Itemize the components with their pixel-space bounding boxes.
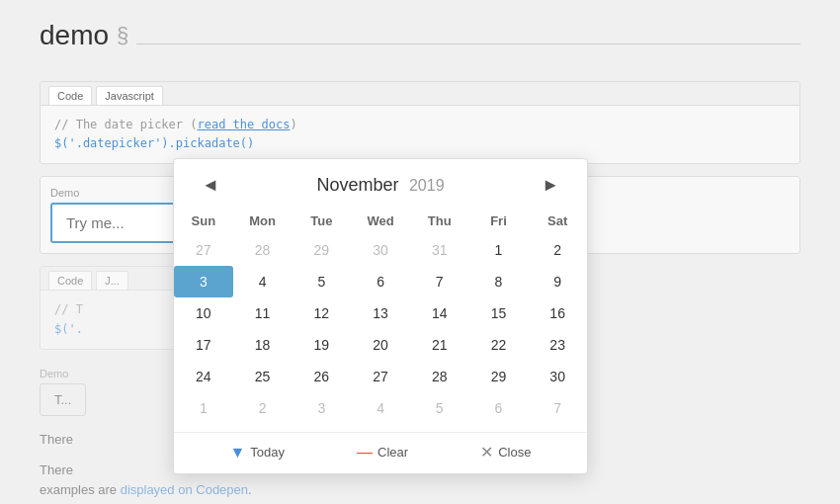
today-button[interactable]: ▼ Today [230, 443, 286, 462]
calendar-overlay: ◄ November 2019 ► Sun Mon Tue Wed Thu Fr… [173, 158, 588, 474]
calendar-day[interactable]: 6 [351, 266, 410, 297]
today-icon: ▼ [230, 444, 246, 462]
calendar-day[interactable]: 1 [469, 234, 529, 266]
close-label: Close [498, 445, 531, 460]
calendar-day[interactable]: 29 [469, 361, 529, 392]
calendar-weekdays: Sun Mon Tue Wed Thu Fri Sat [174, 208, 587, 234]
calendar-day[interactable]: 5 [410, 392, 469, 424]
calendar-day[interactable]: 12 [292, 297, 351, 329]
calendar-day[interactable]: 4 [351, 392, 410, 424]
weekday-sun: Sun [174, 208, 233, 234]
clear-label: Clear [378, 445, 408, 460]
code-tab2-code[interactable]: Code [48, 271, 92, 290]
clear-icon: — [357, 444, 373, 462]
code-content-1: // The date picker (read the docs) $('.d… [41, 106, 799, 163]
code-line-1: // The date picker (read the docs) [54, 116, 786, 134]
code-line-2: $('.datepicker').pickadate() [54, 134, 786, 153]
calendar-day[interactable]: 27 [351, 361, 410, 392]
calendar-day[interactable]: 23 [528, 329, 587, 361]
page-background: demo § Code Javascript // The date picke… [0, 0, 840, 504]
calendar-day[interactable]: 26 [292, 361, 351, 392]
demo2-button[interactable]: T... [40, 383, 86, 416]
prev-month-button[interactable]: ◄ [194, 173, 227, 198]
calendar-grid: Sun Mon Tue Wed Thu Fri Sat 272829303112… [174, 208, 587, 424]
calendar-day[interactable]: 1 [174, 392, 233, 424]
calendar-day[interactable]: 11 [233, 297, 293, 329]
weekday-sat: Sat [528, 208, 587, 234]
calendar-day[interactable]: 25 [233, 361, 293, 392]
code-tab-code[interactable]: Code [48, 86, 92, 105]
calendar-day[interactable]: 22 [469, 329, 529, 361]
title-divider [136, 43, 800, 44]
calendar-day[interactable]: 27 [174, 234, 233, 266]
calendar-day[interactable]: 21 [410, 329, 469, 361]
page-title: demo § [40, 20, 128, 51]
code-tab-js[interactable]: Javascript [96, 86, 163, 105]
clear-button[interactable]: — Clear [357, 443, 408, 462]
codepen-link[interactable]: displayed on Codepen [121, 482, 248, 497]
weekday-mon: Mon [233, 208, 293, 234]
calendar-day[interactable]: 30 [351, 234, 410, 266]
calendar-week-4: 17181920212223 [174, 329, 587, 361]
calendar-week-6: 1234567 [174, 392, 587, 424]
code-tabs-1: Code Javascript [41, 82, 799, 106]
calendar-body: 2728293031123456789101112131415161718192… [174, 234, 587, 424]
calendar-day[interactable]: 2 [528, 234, 587, 266]
calendar-week-3: 10111213141516 [174, 297, 587, 329]
calendar-day[interactable]: 4 [233, 266, 293, 297]
weekday-row: Sun Mon Tue Wed Thu Fri Sat [174, 208, 587, 234]
weekday-fri: Fri [469, 208, 529, 234]
calendar-day[interactable]: 8 [469, 266, 529, 297]
calendar-day[interactable]: 2 [233, 392, 293, 424]
calendar-day[interactable]: 31 [410, 234, 469, 266]
weekday-thu: Thu [410, 208, 469, 234]
weekday-tue: Tue [292, 208, 351, 234]
calendar-day[interactable]: 13 [351, 297, 410, 329]
calendar-day[interactable]: 19 [292, 329, 351, 361]
calendar-header: ◄ November 2019 ► [174, 159, 587, 208]
close-button[interactable]: ✕ Close [480, 443, 531, 462]
next-month-button[interactable]: ► [534, 173, 567, 198]
today-label: Today [250, 445, 285, 460]
calendar-day[interactable]: 17 [174, 329, 233, 361]
weekday-wed: Wed [351, 208, 410, 234]
calendar-day[interactable]: 5 [292, 266, 351, 297]
calendar-day[interactable]: 7 [410, 266, 469, 297]
calendar-week-5: 24252627282930 [174, 361, 587, 392]
calendar-day[interactable]: 18 [233, 329, 293, 361]
calendar-day[interactable]: 15 [469, 297, 529, 329]
calendar-week-1: 272829303112 [174, 234, 587, 266]
code-tab2-js[interactable]: J... [96, 271, 128, 290]
calendar-day[interactable]: 30 [528, 361, 587, 392]
calendar-day[interactable]: 10 [174, 297, 233, 329]
calendar-day[interactable]: 29 [292, 234, 351, 266]
calendar-day[interactable]: 20 [351, 329, 410, 361]
calendar-day[interactable]: 9 [528, 266, 587, 297]
code-block-1: Code Javascript // The date picker (read… [40, 81, 800, 164]
calendar-day[interactable]: 3 [174, 266, 233, 297]
calendar-day[interactable]: 7 [528, 392, 587, 424]
calendar-day[interactable]: 28 [410, 361, 469, 392]
calendar-day[interactable]: 14 [410, 297, 469, 329]
calendar-week-2: 3456789 [174, 266, 587, 297]
calendar-day[interactable]: 28 [233, 234, 293, 266]
calendar-footer: ▼ Today — Clear ✕ Close [174, 432, 587, 462]
calendar-day[interactable]: 16 [528, 297, 587, 329]
calendar-day[interactable]: 24 [174, 361, 233, 392]
calendar-day[interactable]: 3 [292, 392, 351, 424]
calendar-day[interactable]: 6 [469, 392, 529, 424]
calendar-month-year: November 2019 [316, 175, 444, 196]
close-icon: ✕ [480, 443, 493, 462]
